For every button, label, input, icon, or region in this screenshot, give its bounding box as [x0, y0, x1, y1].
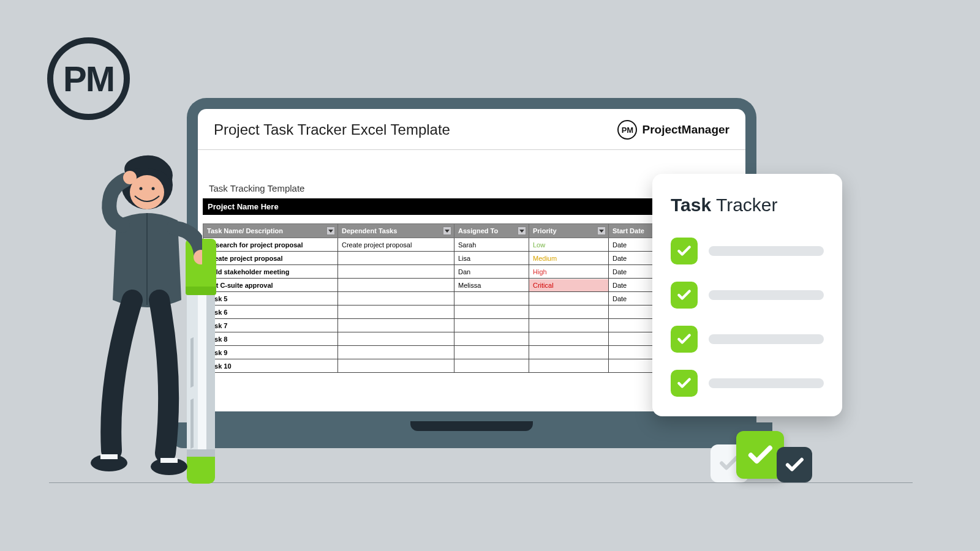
cell-dependent[interactable] — [338, 359, 454, 373]
card-title: Task Tracker — [671, 195, 824, 216]
cell-task[interactable]: Task 6 — [203, 305, 338, 319]
cell-priority[interactable] — [529, 305, 609, 319]
brand-logo-icon: PM — [617, 120, 637, 140]
check-icon — [671, 326, 698, 353]
col-header-task[interactable]: Task Name/ Description — [203, 224, 338, 238]
brand-name: ProjectManager — [642, 123, 729, 137]
person-illustration — [74, 153, 202, 484]
cell-priority[interactable]: High — [529, 265, 609, 279]
cell-dependent[interactable] — [338, 292, 454, 305]
svg-rect-8 — [100, 454, 118, 459]
checklist-row — [671, 282, 824, 309]
cell-assigned[interactable]: Dan — [454, 265, 529, 279]
cell-task[interactable]: Task 7 — [203, 319, 338, 332]
cell-priority[interactable] — [529, 346, 609, 359]
cell-dependent[interactable] — [338, 279, 454, 292]
cell-priority[interactable] — [529, 332, 609, 346]
cell-assigned[interactable] — [454, 319, 529, 332]
col-header-dependent[interactable]: Dependent Tasks — [338, 224, 454, 238]
cell-dependent[interactable] — [338, 319, 454, 332]
placeholder-bar — [709, 378, 824, 388]
cell-dependent[interactable] — [338, 252, 454, 265]
placeholder-bar — [709, 246, 824, 256]
cell-task[interactable]: Hold stakeholder meeting — [203, 265, 338, 279]
cell-priority[interactable]: Low — [529, 238, 609, 252]
cell-assigned[interactable]: Lisa — [454, 252, 529, 265]
cell-dependent[interactable]: Create project proposal — [338, 238, 454, 252]
cell-assigned[interactable]: Melissa — [454, 279, 529, 292]
pm-logo-text: PM — [63, 58, 114, 99]
dropdown-icon[interactable] — [518, 227, 526, 235]
check-icon — [671, 238, 698, 264]
cell-priority[interactable] — [529, 359, 609, 373]
cell-task[interactable]: Research for project proposal — [203, 238, 338, 252]
cell-assigned[interactable] — [454, 346, 529, 359]
col-header-assigned[interactable]: Assigned To — [454, 224, 529, 238]
cell-dependent[interactable] — [338, 305, 454, 319]
placeholder-bar — [709, 290, 824, 300]
cell-priority[interactable]: Critical — [529, 279, 609, 292]
cell-priority[interactable]: Medium — [529, 252, 609, 265]
brand: PM ProjectManager — [617, 120, 729, 140]
checklist-row — [671, 370, 824, 397]
svg-rect-9 — [160, 458, 178, 463]
cell-task[interactable]: Task 10 — [203, 359, 338, 373]
cell-assigned[interactable] — [454, 305, 529, 319]
cell-assigned[interactable] — [454, 332, 529, 346]
cell-dependent[interactable] — [338, 265, 454, 279]
cell-task[interactable]: Create project proposal — [203, 252, 338, 265]
dropdown-icon[interactable] — [326, 227, 335, 235]
check-icon — [671, 282, 698, 309]
svg-point-4 — [123, 171, 137, 184]
cell-priority[interactable] — [529, 292, 609, 305]
placeholder-bar — [709, 334, 824, 344]
task-tracker-card: Task Tracker — [652, 174, 842, 416]
pm-logo: PM — [47, 37, 130, 120]
screen-header: Project Task Tracker Excel Template PM P… — [198, 109, 745, 150]
cell-task[interactable]: Task 8 — [203, 332, 338, 346]
cell-priority[interactable] — [529, 319, 609, 332]
svg-point-3 — [152, 187, 155, 190]
svg-point-2 — [140, 187, 143, 190]
dropdown-icon[interactable] — [597, 227, 606, 235]
col-header-priority[interactable]: Priority — [529, 224, 609, 238]
dropdown-icon[interactable] — [443, 227, 451, 235]
cell-assigned[interactable]: Sarah — [454, 238, 529, 252]
check-icon — [671, 370, 698, 397]
cell-assigned[interactable] — [454, 359, 529, 373]
cell-assigned[interactable] — [454, 292, 529, 305]
checklist-row — [671, 326, 824, 353]
cell-dependent[interactable] — [338, 346, 454, 359]
check-badge-stack — [710, 429, 815, 482]
check-badge-dark — [777, 447, 812, 482]
cell-dependent[interactable] — [338, 332, 454, 346]
cell-task[interactable]: Task 5 — [203, 292, 338, 305]
cell-task[interactable]: Task 9 — [203, 346, 338, 359]
page-title: Project Task Tracker Excel Template — [214, 121, 450, 138]
checklist-row — [671, 238, 824, 264]
cell-task[interactable]: Get C-suite approval — [203, 279, 338, 292]
